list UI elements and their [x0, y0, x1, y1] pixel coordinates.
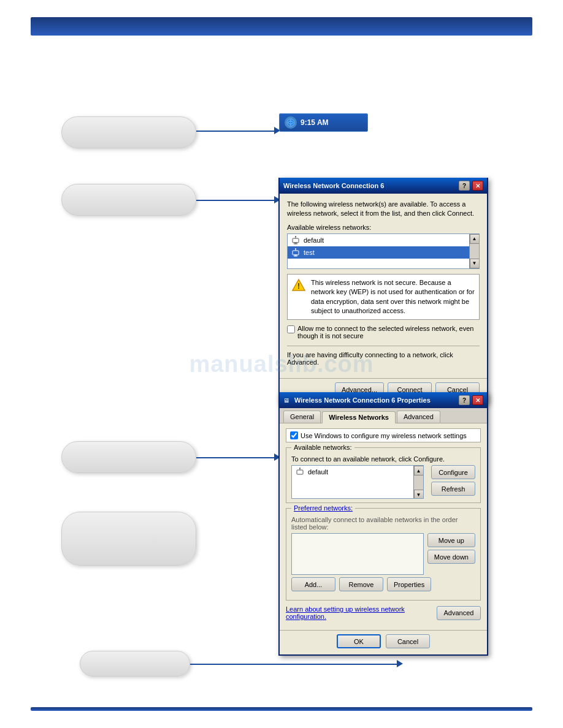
callout-pill-1: [61, 116, 196, 148]
callout-pill-5: [80, 651, 190, 677]
dialog2-help-button[interactable]: ?: [459, 395, 470, 405]
dialog1-close-button[interactable]: ✕: [472, 181, 483, 191]
svg-point-11: [295, 248, 296, 249]
callout-pill-2: [61, 184, 196, 216]
avail-scroll-up[interactable]: ▲: [414, 466, 424, 476]
checkbox-allow-row: Allow me to connect to the selected wire…: [287, 325, 480, 339]
dialog2-title: Wireless Network Connection 6 Properties: [294, 396, 456, 404]
preferred-networks-groupbox: Preferred networks: Automatically connec…: [286, 508, 481, 601]
dialog-wireless-connection: Wireless Network Connection 6 ? ✕ The fo…: [278, 178, 488, 404]
refresh-button[interactable]: Refresh: [431, 482, 475, 496]
advanced-lower-button[interactable]: Advanced: [437, 606, 481, 620]
svg-rect-9: [293, 251, 299, 255]
warning-icon: !: [291, 278, 306, 293]
remove-button[interactable]: Remove: [339, 577, 383, 591]
preferred-bottom-buttons: Add... Remove Properties: [291, 577, 475, 591]
available-networks-groupbox: Available networks: To connect to an ava…: [286, 447, 481, 503]
learn-section: Learn about setting up wireless network …: [286, 605, 481, 620]
top-bar: [31, 17, 532, 36]
bottom-bar: [31, 707, 532, 711]
available-network-default[interactable]: default: [292, 466, 423, 478]
network-name-default: default: [304, 237, 324, 244]
network-icon-default: [291, 236, 300, 245]
warning-box: ! This wireless network is not secure. B…: [287, 274, 480, 320]
checkbox-allow-insecure[interactable]: [287, 325, 295, 333]
arrow-line-5: [190, 664, 399, 665]
network-name-test: test: [304, 249, 315, 256]
tab-general[interactable]: General: [283, 411, 321, 423]
available-list-scrollbar[interactable]: ▲ ▼: [413, 466, 423, 499]
callout-pill-3: [61, 441, 196, 473]
add-button[interactable]: Add...: [291, 577, 335, 591]
tab-wireless-networks[interactable]: Wireless Networks: [322, 411, 396, 423]
available-desc: To connect to an available network, clic…: [291, 455, 475, 463]
scrollbar-down-arrow[interactable]: ▼: [470, 259, 480, 268]
arrow-line-3: [196, 457, 276, 458]
use-windows-label: Use Windows to configure my wireless net…: [301, 432, 467, 439]
svg-rect-17: [297, 470, 303, 474]
taskbar-clock: 9:15 AM: [279, 113, 368, 132]
arrow-line-1: [196, 131, 276, 132]
checkbox-use-windows[interactable]: [290, 431, 298, 439]
available-net-icon: [296, 468, 304, 476]
arrow-head-5: [397, 660, 403, 667]
svg-text:!: !: [297, 282, 300, 290]
arrow-line-2: [196, 200, 276, 201]
svg-rect-3: [293, 238, 299, 243]
available-net-name: default: [308, 468, 328, 476]
preferred-label-link[interactable]: Preferred networks:: [294, 504, 353, 512]
learn-link[interactable]: Learn about setting up wireless network …: [286, 605, 405, 620]
move-up-button[interactable]: Move up: [427, 533, 475, 547]
ok-button[interactable]: OK: [337, 634, 381, 648]
move-buttons: Move up Move down: [427, 533, 475, 575]
svg-point-19: [299, 468, 301, 469]
network-list[interactable]: default test ▲ ▼: [287, 233, 480, 269]
dialog1-available-label: Available wireless networks:: [287, 224, 480, 231]
dialog2-body: Use Windows to configure my wireless net…: [280, 423, 487, 630]
dialog1-title: Wireless Network Connection 6: [283, 182, 456, 189]
svg-point-5: [295, 236, 296, 237]
preferred-network-list[interactable]: [291, 533, 424, 575]
dialog2-titlebar-icon: 🖥: [283, 397, 289, 404]
network-icon-test: [291, 248, 300, 257]
move-down-button[interactable]: Move down: [427, 550, 475, 564]
network-list-scrollbar[interactable]: ▲ ▼: [469, 234, 479, 268]
dialog1-help-button[interactable]: ?: [459, 181, 470, 191]
dialog2-titlebar: 🖥 Wireless Network Connection 6 Properti…: [280, 392, 487, 408]
dialog-wireless-properties: 🖥 Wireless Network Connection 6 Properti…: [278, 392, 488, 656]
network-item-default[interactable]: default: [288, 234, 479, 246]
cancel-button-2[interactable]: Cancel: [386, 634, 430, 648]
preferred-networks-title: Preferred networks:: [291, 504, 355, 512]
avail-scroll-down[interactable]: ▼: [414, 490, 424, 499]
network-item-test[interactable]: test: [288, 246, 479, 259]
available-side-buttons: Configure Refresh: [431, 465, 475, 499]
clock-time: 9:15 AM: [301, 118, 329, 127]
available-networks-title: Available networks:: [291, 444, 354, 451]
callout-pill-4: [61, 512, 196, 566]
checkbox-allow-label: Allow me to connect to the selected wire…: [297, 325, 480, 339]
dialog1-titlebar: Wireless Network Connection 6 ? ✕: [280, 178, 487, 194]
advanced-note: If you are having difficulty connecting …: [287, 346, 480, 366]
use-windows-row: Use Windows to configure my wireless net…: [286, 428, 481, 442]
dialog2-close-button[interactable]: ✕: [472, 395, 483, 405]
warning-text: This wireless network is not secure. Bec…: [311, 278, 475, 316]
properties-button[interactable]: Properties: [387, 577, 431, 591]
tab-advanced[interactable]: Advanced: [397, 411, 440, 423]
scrollbar-up-arrow[interactable]: ▲: [470, 234, 480, 244]
dialog1-description: The following wireless network(s) are av…: [287, 200, 480, 219]
dialog2-footer: OK Cancel: [280, 630, 487, 654]
preferred-desc: Automatically connect to available netwo…: [291, 516, 475, 531]
dialog2-tabbar: General Wireless Networks Advanced: [280, 408, 487, 423]
available-network-list[interactable]: default ▲ ▼: [291, 465, 424, 499]
learn-text: Learn about setting up wireless network …: [286, 605, 432, 620]
configure-button[interactable]: Configure: [431, 465, 475, 479]
network-tray-icon: [285, 116, 297, 129]
